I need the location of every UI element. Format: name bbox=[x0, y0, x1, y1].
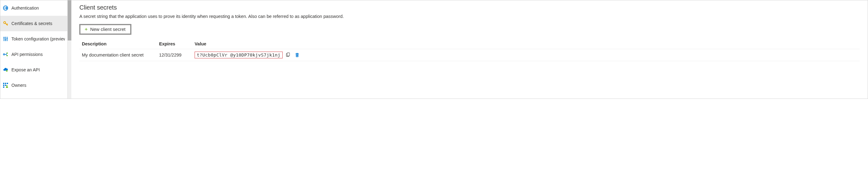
sidebar-item-label: Token configuration (preview) bbox=[11, 36, 65, 41]
grid-person-icon bbox=[3, 83, 8, 88]
cloud-gear-icon bbox=[3, 67, 8, 72]
cell-value-redacted: t?Ucb0pClVr @y10DP70kjvS7jk1nj bbox=[195, 52, 283, 58]
new-client-secret-button[interactable]: + New client secret bbox=[80, 24, 131, 35]
section-description: A secret string that the application use… bbox=[80, 13, 860, 20]
sidebar-item-owners[interactable]: Owners bbox=[0, 78, 67, 93]
copy-value-button[interactable] bbox=[285, 52, 291, 58]
sidebar-item-token-configuration[interactable]: Token configuration (preview) bbox=[0, 31, 67, 47]
svg-rect-18 bbox=[7, 83, 8, 84]
sidebar-item-label: Authentication bbox=[11, 5, 39, 10]
table-header-row: Description Expires Value bbox=[80, 39, 860, 49]
svg-rect-17 bbox=[5, 83, 6, 84]
svg-rect-20 bbox=[5, 85, 6, 86]
plus-icon: + bbox=[85, 26, 88, 32]
sidebar-item-label: API permissions bbox=[11, 52, 43, 57]
table-row: My documentation client secret 12/31/229… bbox=[80, 49, 860, 61]
svg-rect-19 bbox=[3, 85, 4, 86]
cell-expires: 12/31/2299 bbox=[159, 53, 195, 57]
svg-point-15 bbox=[6, 71, 7, 71]
column-header-expires: Expires bbox=[159, 41, 195, 46]
svg-rect-7 bbox=[7, 38, 8, 39]
sidebar-item-label: Expose an API bbox=[11, 67, 40, 72]
sidebar-scrollbar[interactable] bbox=[68, 0, 71, 98]
sidebar-item-api-permissions[interactable]: API permissions bbox=[0, 47, 67, 62]
api-perm-icon bbox=[3, 52, 8, 57]
svg-point-22 bbox=[6, 85, 8, 87]
sidebar-item-certificates-secrets[interactable]: Certificates & secrets bbox=[0, 16, 67, 31]
sidebar-item-expose-api[interactable]: Expose an API bbox=[0, 62, 67, 78]
section-title: Client secrets bbox=[80, 4, 860, 11]
svg-rect-5 bbox=[4, 37, 5, 38]
sliders-icon bbox=[3, 36, 8, 42]
new-secret-label: New client secret bbox=[90, 27, 125, 32]
svg-rect-6 bbox=[5, 39, 6, 40]
auth-icon bbox=[3, 5, 8, 11]
sidebar-item-authentication[interactable]: Authentication bbox=[0, 0, 67, 16]
delete-secret-button[interactable] bbox=[294, 52, 300, 58]
column-header-description: Description bbox=[82, 41, 159, 46]
sidebar-item-label: Certificates & secrets bbox=[11, 21, 52, 26]
cell-description: My documentation client secret bbox=[82, 53, 159, 57]
main-content: Client secrets A secret string that the … bbox=[71, 0, 868, 98]
key-icon bbox=[3, 21, 8, 26]
column-header-value: Value bbox=[195, 41, 857, 46]
svg-rect-24 bbox=[287, 53, 289, 56]
svg-point-8 bbox=[3, 54, 5, 55]
svg-rect-21 bbox=[3, 87, 4, 88]
scrollbar-thumb[interactable] bbox=[68, 0, 71, 40]
sidebar-item-label: Owners bbox=[11, 83, 26, 88]
secrets-table: Description Expires Value My documentati… bbox=[80, 39, 860, 61]
svg-rect-16 bbox=[3, 83, 4, 84]
svg-line-12 bbox=[6, 54, 7, 55]
svg-line-13 bbox=[6, 54, 7, 56]
sidebar-nav: Authentication Certificates & secrets To… bbox=[0, 0, 68, 98]
